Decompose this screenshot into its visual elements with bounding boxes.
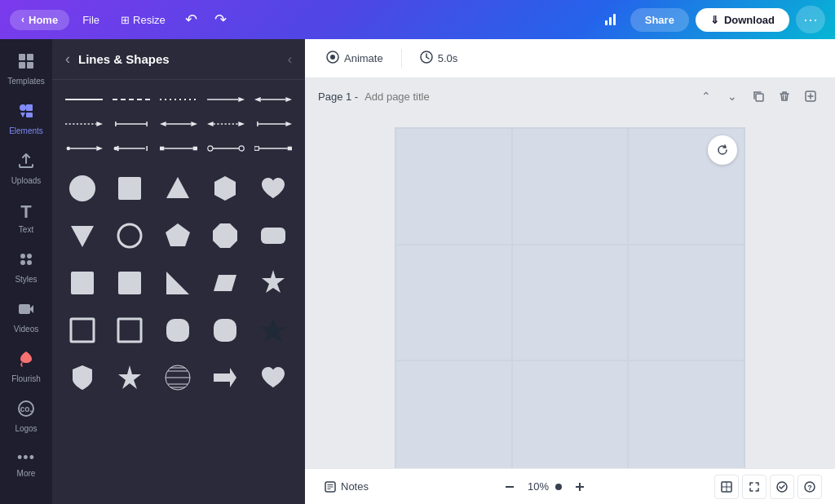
sidebar-item-templates[interactable]: Templates: [3, 46, 49, 92]
resize-button[interactable]: ⊞ Resize: [113, 10, 174, 30]
shape-rect-outline-sm[interactable]: [62, 310, 103, 351]
topbar-right: Share ⇓ Download ⋯: [598, 6, 825, 33]
download-button[interactable]: ⇓ Download: [696, 8, 789, 32]
download-icon: ⇓: [710, 14, 719, 26]
shape-rounded-rect[interactable]: [253, 215, 294, 256]
shape-parallelogram[interactable]: [205, 263, 245, 303]
shape-star[interactable]: [109, 357, 150, 398]
analytics-button[interactable]: [598, 7, 624, 33]
panel-hide-button[interactable]: ‹: [288, 52, 292, 67]
undo-redo-group: ↶ ↷: [179, 7, 234, 33]
shape-rect-outline2[interactable]: [109, 310, 150, 351]
panel-back-button[interactable]: ‹: [65, 51, 70, 68]
shape-heart[interactable]: [253, 168, 294, 209]
shape-shield[interactable]: [62, 357, 103, 398]
check-button[interactable]: [770, 475, 794, 499]
sidebar-item-uploads[interactable]: Uploads: [3, 145, 49, 192]
topbar: ‹ Home File ⊞ Resize ↶ ↷ Share ⇓ Downlo: [0, 0, 835, 39]
svg-point-53: [239, 146, 244, 151]
shape-rect-sm[interactable]: [62, 263, 103, 303]
animate-button[interactable]: Animate: [318, 46, 391, 71]
shape-rounded-square2[interactable]: [205, 310, 245, 351]
shape-arrow-right[interactable]: [205, 357, 245, 398]
notes-button[interactable]: Notes: [318, 477, 375, 496]
svg-rect-50: [193, 147, 197, 151]
shape-triangle[interactable]: [157, 168, 198, 209]
line-solid[interactable]: [62, 90, 106, 109]
line-arrow-both[interactable]: [251, 90, 295, 109]
line-dotted[interactable]: [157, 90, 201, 109]
line-bar-arrow[interactable]: [251, 114, 295, 134]
svg-rect-65: [261, 228, 285, 244]
line-circle-ends[interactable]: [204, 139, 248, 158]
line-dashed[interactable]: [109, 90, 153, 109]
undo-button[interactable]: ↶: [179, 7, 205, 33]
shape-rect-outline[interactable]: [109, 263, 150, 303]
page-header: Page 1 - ⌃ ⌄: [305, 78, 835, 114]
svg-marker-16: [30, 305, 33, 313]
sidebar-item-videos[interactable]: Videos: [3, 294, 49, 340]
sidebar-item-more[interactable]: ••• More: [3, 443, 49, 484]
share-button[interactable]: Share: [630, 8, 689, 32]
help-button[interactable]: ?: [797, 475, 822, 499]
page-down-button[interactable]: ⌄: [721, 85, 744, 108]
shape-triangle-down[interactable]: [62, 215, 103, 256]
sidebar-item-logos[interactable]: co. Logos: [3, 393, 49, 440]
sidebar-item-text[interactable]: T Text: [3, 195, 49, 241]
grid-button[interactable]: [714, 475, 739, 499]
sidebar-item-styles[interactable]: Styles: [3, 244, 49, 290]
duration-button[interactable]: 5.0s: [412, 46, 466, 71]
svg-rect-74: [214, 319, 236, 342]
shape-right-triangle[interactable]: [157, 263, 198, 303]
line-circle-arrow[interactable]: [62, 139, 106, 158]
svg-marker-69: [214, 275, 236, 291]
shape-badge2[interactable]: [253, 310, 294, 351]
page-delete-button[interactable]: [773, 85, 796, 108]
shape-circle-outline[interactable]: [109, 215, 150, 256]
redo-button[interactable]: ↷: [208, 7, 234, 33]
line-square-solid-ends[interactable]: [251, 139, 295, 158]
svg-point-51: [208, 146, 213, 151]
svg-marker-28: [96, 122, 103, 126]
expand-button[interactable]: [742, 475, 767, 499]
home-button[interactable]: ‹ Home: [10, 10, 69, 30]
line-double-arrow[interactable]: [157, 114, 201, 134]
line-arrow-right[interactable]: [204, 90, 248, 109]
line-bar[interactable]: [109, 114, 153, 134]
line-dot-arrow2[interactable]: [204, 114, 248, 134]
svg-marker-76: [118, 365, 141, 389]
shape-square[interactable]: [109, 168, 150, 209]
more-options-button[interactable]: ⋯: [796, 6, 825, 33]
zoom-in-button[interactable]: [568, 475, 591, 498]
zoom-out-button[interactable]: [498, 475, 521, 498]
page-add-button[interactable]: [799, 85, 822, 108]
shape-hexagon[interactable]: [205, 168, 245, 209]
shape-circle-striped[interactable]: [157, 357, 198, 398]
line-square-ends[interactable]: [157, 139, 201, 158]
shape-circle[interactable]: [62, 168, 103, 209]
page-up-button[interactable]: ⌃: [695, 85, 718, 108]
svg-rect-1: [609, 17, 612, 25]
sidebar-item-flourish[interactable]: Flourish: [3, 343, 49, 390]
sidebar-item-elements[interactable]: Elements: [3, 95, 49, 142]
duration-value: 5.0s: [438, 52, 458, 64]
shape-pentagon[interactable]: [157, 215, 198, 256]
line-circle-bar[interactable]: [109, 139, 153, 158]
svg-marker-83: [214, 368, 236, 387]
page-copy-button[interactable]: [747, 85, 770, 108]
svg-rect-10: [26, 113, 33, 117]
svg-marker-70: [262, 270, 285, 293]
refresh-button[interactable]: [708, 135, 737, 165]
canvas-page[interactable]: [395, 127, 745, 468]
file-button[interactable]: File: [74, 10, 108, 30]
shape-rounded-square[interactable]: [157, 310, 198, 351]
page-title-input[interactable]: [364, 91, 501, 103]
shape-badge[interactable]: [253, 263, 294, 303]
shape-heart2[interactable]: [253, 357, 294, 398]
svg-line-88: [426, 57, 429, 59]
svg-marker-25: [254, 97, 261, 102]
line-dot-arrow[interactable]: [62, 114, 106, 134]
svg-rect-66: [71, 272, 94, 294]
logos-icon: co.: [17, 400, 35, 422]
shape-octagon[interactable]: [205, 215, 245, 256]
